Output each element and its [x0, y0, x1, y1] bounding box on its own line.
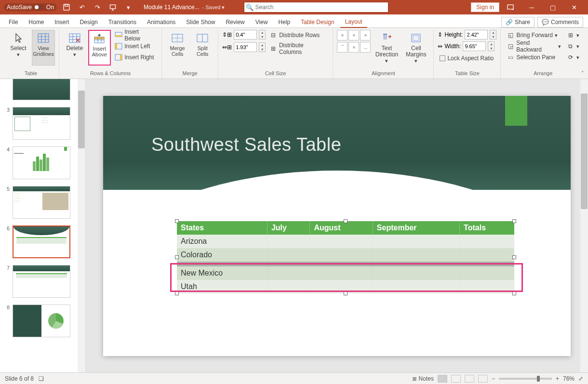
- canvas-scrollbar[interactable]: [580, 79, 588, 372]
- normal-view-button[interactable]: [438, 375, 447, 383]
- tab-transitions[interactable]: Transitions: [104, 16, 141, 27]
- table-row[interactable]: Arizona: [177, 235, 514, 248]
- slide-thumb[interactable]: [13, 79, 70, 100]
- insert-below-button[interactable]: Insert Below: [113, 30, 158, 40]
- zoom-pct[interactable]: 76%: [563, 375, 575, 382]
- align-left-button[interactable]: ≡: [337, 30, 347, 40]
- tab-slideshow[interactable]: Slide Show: [181, 16, 220, 27]
- table-cell[interactable]: [310, 248, 373, 262]
- customize-qat-button[interactable]: ▾: [122, 1, 134, 13]
- present-from-start-button[interactable]: [107, 1, 119, 13]
- lock-aspect-ratio-checkbox[interactable]: Lock Aspect Ratio: [438, 53, 496, 64]
- table-cell[interactable]: [310, 235, 373, 248]
- table-cell[interactable]: [267, 266, 310, 280]
- table-cell[interactable]: [267, 248, 310, 262]
- ribbon-display-options-button[interactable]: [500, 0, 521, 14]
- notes-button[interactable]: ≣ Notes: [412, 375, 434, 382]
- split-cells-button[interactable]: Split Cells: [191, 30, 214, 66]
- valign-mid-button[interactable]: ≡: [348, 42, 359, 53]
- table-cell[interactable]: New Mexico: [177, 266, 267, 280]
- redo-button[interactable]: ↷: [92, 1, 103, 13]
- slide-thumb-6[interactable]: [13, 225, 70, 258]
- save-icon[interactable]: [61, 1, 72, 13]
- insert-right-button[interactable]: Insert Right: [113, 52, 158, 63]
- table-cell[interactable]: Utah: [177, 280, 267, 293]
- slideshow-view-button[interactable]: [478, 375, 488, 383]
- merge-cells-button[interactable]: Merge Cells: [166, 30, 189, 66]
- h-spinner[interactable]: ▲▼: [490, 30, 496, 40]
- insert-above-button[interactable]: Insert Above: [88, 30, 111, 66]
- row-height-spinner[interactable]: ▲▼: [259, 30, 266, 40]
- table-cell[interactable]: [177, 262, 267, 266]
- rotate-objects-button[interactable]: ⟳▾: [565, 52, 581, 63]
- w-spinner[interactable]: ▲▼: [488, 41, 494, 51]
- comments-button[interactable]: 💬 Comments: [537, 17, 583, 27]
- tab-help[interactable]: Help: [274, 16, 295, 27]
- tab-file[interactable]: File: [4, 16, 23, 27]
- table-width-field[interactable]: ⇔Width:▲▼: [438, 41, 496, 51]
- close-button[interactable]: ✕: [564, 0, 584, 14]
- align-objects-button[interactable]: ⊞▾: [565, 30, 581, 40]
- selection-pane-button[interactable]: ▭Selection Pane: [505, 52, 563, 63]
- table-header-cell[interactable]: Totals: [460, 221, 514, 235]
- table-cell[interactable]: [310, 266, 373, 280]
- row-height-field[interactable]: ⇕⊞▲▼: [222, 30, 266, 40]
- tab-design[interactable]: Design: [75, 16, 102, 27]
- slide-thumb-7[interactable]: [13, 265, 70, 298]
- distribute-cols-button[interactable]: ⊞Distribute Columns: [267, 43, 329, 54]
- table-cell[interactable]: [373, 266, 459, 280]
- slide-thumb-8[interactable]: [13, 305, 70, 337]
- maximize-button[interactable]: ▢: [543, 0, 563, 14]
- table-cell[interactable]: [267, 262, 310, 266]
- tab-review[interactable]: Review: [221, 16, 249, 27]
- signin-button[interactable]: Sign in: [471, 2, 499, 12]
- insert-left-button[interactable]: Insert Left: [113, 41, 158, 52]
- reading-view-button[interactable]: [465, 375, 474, 383]
- table-row[interactable]: [177, 262, 514, 266]
- thumb-scrollbar[interactable]: [78, 79, 85, 372]
- tab-home[interactable]: Home: [24, 16, 49, 27]
- table-header-cell[interactable]: September: [373, 221, 459, 235]
- table-header-cell[interactable]: States: [177, 221, 267, 235]
- table-cell[interactable]: [267, 235, 310, 248]
- select-button[interactable]: Select▾: [7, 30, 30, 66]
- slide-thumb-4[interactable]: ▬▬▬▬▬: [13, 146, 70, 179]
- table-cell[interactable]: [373, 235, 459, 248]
- table-cell[interactable]: [460, 262, 514, 266]
- tab-table-design[interactable]: Table Design: [296, 16, 339, 27]
- zoom-in-button[interactable]: +: [556, 375, 559, 382]
- slide-thumb-5[interactable]: • ───• ───• ───• ───: [13, 186, 70, 219]
- text-direction-button[interactable]: Text Direction ▾: [373, 30, 401, 66]
- group-objects-button[interactable]: ⧉▾: [565, 41, 581, 52]
- cell-margins-button[interactable]: Cell Margins ▾: [402, 30, 429, 66]
- search-input[interactable]: [255, 4, 388, 11]
- tab-animations[interactable]: Animations: [142, 16, 180, 27]
- accessibility-icon[interactable]: ❑: [39, 375, 44, 382]
- valign-top-button[interactable]: ⎴: [337, 42, 347, 53]
- send-backward-button[interactable]: ◲Send Backward ▾: [505, 41, 563, 52]
- table-cell[interactable]: [460, 266, 514, 280]
- table-cell[interactable]: Arizona: [177, 235, 267, 248]
- table-cell[interactable]: Colorado: [177, 248, 267, 262]
- table-cell[interactable]: [310, 280, 373, 293]
- table-row[interactable]: Colorado: [177, 248, 514, 262]
- saved-indicator[interactable]: - Saved ▾: [202, 4, 225, 11]
- tab-insert[interactable]: Insert: [50, 16, 74, 27]
- autosave-toggle[interactable]: AutoSave On: [4, 3, 57, 11]
- col-width-spinner[interactable]: ▲▼: [259, 42, 266, 52]
- view-gridlines-button[interactable]: View Gridlines: [32, 30, 55, 66]
- tab-view[interactable]: View: [251, 16, 273, 27]
- table-cell[interactable]: [460, 248, 514, 262]
- table-row[interactable]: New Mexico: [177, 266, 514, 280]
- undo-button[interactable]: ↶: [76, 1, 88, 13]
- table-header-cell[interactable]: August: [310, 221, 373, 235]
- distribute-rows-button[interactable]: ⊟Distribute Rows: [267, 30, 329, 40]
- table-height-field[interactable]: ⇕Height:▲▼: [438, 30, 496, 40]
- search-box[interactable]: 🔍: [244, 2, 388, 13]
- slide-canvas[interactable]: Southwest Sales Table StatesJulyAugustSe…: [86, 79, 588, 372]
- table-cell[interactable]: [460, 280, 514, 293]
- slide-thumb-3[interactable]: ── ──── ──── ──: [13, 107, 70, 140]
- minimize-button[interactable]: ─: [521, 0, 542, 14]
- zoom-slider[interactable]: [499, 378, 552, 380]
- table-cell[interactable]: [460, 235, 514, 248]
